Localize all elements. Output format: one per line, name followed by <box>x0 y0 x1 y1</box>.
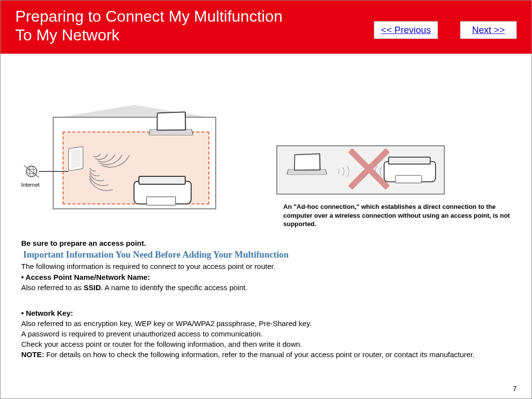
item1-text: Also referred to as SSID. A name to iden… <box>21 283 517 293</box>
printer-icon <box>133 175 192 205</box>
ssid-term: SSID <box>84 283 101 292</box>
header-bar: Preparing to Connect My Multifunction To… <box>0 0 532 54</box>
note-line: NOTE: For details on how to check the fo… <box>21 350 517 360</box>
item2-text2: A password is required to prevent unauth… <box>21 329 517 339</box>
internet-globe-icon <box>23 163 40 180</box>
laptop-icon <box>287 154 326 179</box>
laptop-icon <box>149 112 193 140</box>
access-point-icon <box>68 146 83 171</box>
next-button-label: Next >> <box>472 25 505 35</box>
adhoc-not-supported-diagram <box>276 145 445 195</box>
page-title-line2: To My Network <box>15 26 120 44</box>
internet-label: Internet <box>21 182 39 188</box>
item1-label: • Access Point Name/Network Name: <box>21 273 150 281</box>
intro-text: The following information is required to… <box>21 262 517 271</box>
item2-label: • Network Key: <box>21 309 73 317</box>
prepare-access-point-text: Be sure to prepare an access point. <box>21 239 146 247</box>
important-info-heading: Important Information You Need Before Ad… <box>23 250 289 260</box>
check-line: Check your access point or router for th… <box>21 339 517 349</box>
note-prefix: NOTE: <box>21 350 44 359</box>
network-house-diagram: Internet <box>21 108 221 211</box>
internet-wire-line <box>39 171 68 172</box>
body-text-block: The following information is required to… <box>21 262 517 360</box>
document-page: Preparing to Connect My Multifunction To… <box>0 0 532 399</box>
page-number: 7 <box>513 384 517 393</box>
item2-text1: Also referred to as encryption key, WEP … <box>21 319 517 329</box>
page-title-line1: Preparing to Connect My Multifunction <box>15 7 282 25</box>
printer-icon <box>384 156 436 183</box>
page-title: Preparing to Connect My Multifunction To… <box>15 7 282 45</box>
next-button[interactable]: Next >> <box>460 21 517 39</box>
previous-button-label: << Previous <box>381 25 431 35</box>
content-area: Internet <box>0 54 532 399</box>
adhoc-warning-text: An "Ad-hoc connection," which establishe… <box>283 202 515 229</box>
previous-button[interactable]: << Previous <box>374 21 438 39</box>
